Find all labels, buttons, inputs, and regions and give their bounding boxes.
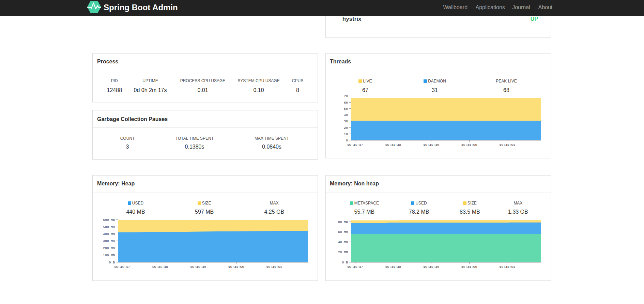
svg-text:15:41:49: 15:41:49 [423, 143, 439, 147]
svg-text:500 MB: 500 MB [103, 225, 115, 229]
svg-text:40 MB: 40 MB [338, 240, 348, 244]
svg-text:200 MB: 200 MB [103, 246, 115, 250]
svg-text:60 MB: 60 MB [338, 230, 348, 234]
svg-text:15:41:47: 15:41:47 [114, 265, 130, 269]
svg-text:15:41:51: 15:41:51 [266, 265, 282, 269]
svg-text:15:41:50: 15:41:50 [461, 143, 477, 147]
svg-text:60: 60 [344, 101, 348, 105]
svg-text:600 MB: 600 MB [103, 218, 115, 222]
svg-text:10: 10 [344, 132, 348, 136]
svg-text:15:41:47: 15:41:47 [347, 265, 363, 269]
svg-text:0: 0 [346, 139, 348, 142]
svg-text:70: 70 [344, 94, 348, 98]
svg-text:30: 30 [344, 120, 348, 123]
svg-text:50: 50 [344, 107, 348, 111]
svg-text:15:41:50: 15:41:50 [228, 265, 244, 269]
svg-text:20: 20 [344, 126, 348, 130]
svg-text:15:41:47: 15:41:47 [347, 143, 363, 147]
svg-text:15:41:48: 15:41:48 [385, 143, 401, 147]
svg-text:20 MB: 20 MB [338, 250, 348, 254]
svg-text:40: 40 [344, 113, 348, 117]
svg-text:0 B: 0 B [109, 261, 115, 264]
svg-text:15:41:49: 15:41:49 [190, 265, 206, 269]
svg-text:400 MB: 400 MB [103, 232, 115, 236]
svg-text:15:41:48: 15:41:48 [152, 265, 168, 269]
svg-text:15:41:48: 15:41:48 [385, 265, 401, 269]
svg-text:100 MB: 100 MB [103, 254, 115, 257]
svg-text:15:41:50: 15:41:50 [461, 265, 477, 269]
svg-text:15:41:51: 15:41:51 [499, 143, 515, 147]
svg-text:0 B: 0 B [342, 261, 348, 264]
svg-text:15:41:49: 15:41:49 [423, 265, 439, 269]
svg-text:15:41:51: 15:41:51 [499, 265, 515, 269]
svg-text:300 MB: 300 MB [103, 239, 115, 243]
svg-text:80 MB: 80 MB [338, 220, 348, 224]
